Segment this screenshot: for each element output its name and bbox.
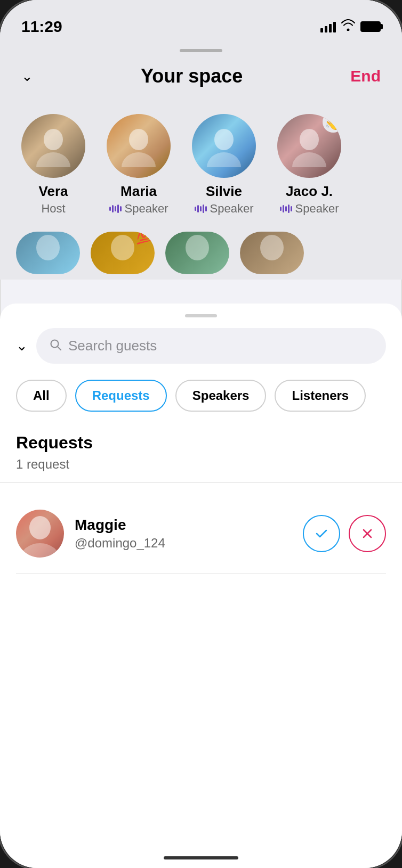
svg-point-6 <box>300 129 319 150</box>
avatar-partial-3[interactable] <box>165 232 229 274</box>
role-label-jaco: Speaker <box>295 202 339 216</box>
search-input-placeholder: Search guests <box>68 338 157 354</box>
svg-point-2 <box>129 129 148 150</box>
speaker-name-silvie: Silvie <box>206 183 242 200</box>
speaker-role-jaco: Speaker <box>280 202 339 216</box>
speakers-row2: 💯 <box>0 232 402 280</box>
bottom-sheet-drag-handle <box>185 314 217 317</box>
role-label-vera: Host <box>41 202 65 216</box>
speaker-item-jaco[interactable]: 👋 Jaco J. Speaker <box>272 114 347 216</box>
divider <box>0 482 402 483</box>
avatar-maggie <box>16 510 64 558</box>
notch-handle <box>180 49 222 52</box>
emoji-100: 💯 <box>136 232 155 245</box>
speaker-role-silvie: Speaker <box>195 202 254 216</box>
avatar-silvie <box>192 114 256 178</box>
status-icons <box>320 19 381 34</box>
battery-icon <box>360 21 381 32</box>
speakers-area: Vera Host Maria <box>0 103 402 232</box>
phone-frame: 11:29 ⌄ Your space End <box>0 0 402 868</box>
accept-button-maggie[interactable] <box>303 515 340 552</box>
svg-point-4 <box>214 129 234 150</box>
home-bar <box>164 856 238 859</box>
mic-icon-maria <box>109 204 122 213</box>
svg-point-14 <box>29 516 51 539</box>
requests-count-label: 1 request <box>16 457 386 472</box>
svg-point-9 <box>111 235 134 260</box>
status-bar: 11:29 <box>0 0 402 43</box>
role-label-silvie: Speaker <box>210 202 254 216</box>
wifi-icon <box>341 19 355 34</box>
requests-section: Requests 1 request <box>16 433 386 483</box>
status-time: 11:29 <box>21 18 62 36</box>
speaker-name-maria: Maria <box>120 183 157 200</box>
app-header: ⌄ Your space End <box>0 54 402 103</box>
bottom-sheet-handle-container <box>16 314 386 317</box>
requests-section-title: Requests <box>16 433 386 453</box>
speaker-item-maria[interactable]: Maria Speaker <box>101 114 176 216</box>
request-name-maggie: Maggie <box>75 517 292 534</box>
role-label-maria: Speaker <box>125 202 168 216</box>
speaker-name-vera: Vera <box>39 183 68 200</box>
tab-requests[interactable]: Requests <box>75 380 167 412</box>
bottom-sheet: ⌄ Search guests All Requests Speakers Li… <box>0 304 402 868</box>
request-actions-maggie <box>303 515 386 552</box>
space-title: Your space <box>141 65 243 87</box>
tab-all[interactable]: All <box>16 380 67 412</box>
avatar-partial-2[interactable]: 💯 <box>91 232 155 274</box>
tab-listeners[interactable]: Listeners <box>275 380 366 412</box>
svg-line-13 <box>58 347 61 350</box>
request-info-maggie: Maggie @domingo_124 <box>75 517 292 551</box>
avatar-maria <box>107 114 171 178</box>
request-item-maggie: Maggie @domingo_124 <box>16 494 386 574</box>
speaker-name-jaco: Jaco J. <box>286 183 333 200</box>
avatar-vera <box>21 114 85 178</box>
wave-badge: 👋 <box>323 114 341 133</box>
svg-point-10 <box>186 235 209 260</box>
svg-point-3 <box>122 152 156 167</box>
svg-point-5 <box>207 152 241 167</box>
search-row: ⌄ Search guests <box>16 328 386 364</box>
filter-tabs: All Requests Speakers Listeners <box>16 380 386 412</box>
speaker-item-silvie[interactable]: Silvie Speaker <box>187 114 261 216</box>
mic-icon-silvie <box>195 204 207 213</box>
search-icon <box>49 338 62 354</box>
svg-point-7 <box>292 152 326 167</box>
svg-point-8 <box>36 235 60 260</box>
header-collapse-button[interactable]: ⌄ <box>21 68 33 85</box>
speaker-role-maria: Speaker <box>109 202 168 216</box>
reject-button-maggie[interactable] <box>349 515 386 552</box>
tab-speakers[interactable]: Speakers <box>175 380 267 412</box>
mic-icon-jaco <box>280 204 292 213</box>
request-handle-maggie: @domingo_124 <box>75 536 292 551</box>
speaker-role-vera: Host <box>41 202 65 216</box>
avatar-partial-1[interactable] <box>16 232 80 274</box>
search-bar[interactable]: Search guests <box>36 328 386 364</box>
avatar-partial-4[interactable] <box>240 232 304 274</box>
signal-icon <box>320 21 336 32</box>
sheet-chevron-button[interactable]: ⌄ <box>16 338 28 354</box>
end-button[interactable]: End <box>350 67 381 85</box>
notch-area <box>0 43 402 54</box>
svg-point-1 <box>36 152 70 167</box>
speaker-item-vera[interactable]: Vera Host <box>16 114 91 216</box>
svg-point-15 <box>20 543 60 558</box>
svg-point-11 <box>260 235 284 260</box>
svg-point-0 <box>44 129 63 150</box>
avatar-jaco: 👋 <box>277 114 341 178</box>
